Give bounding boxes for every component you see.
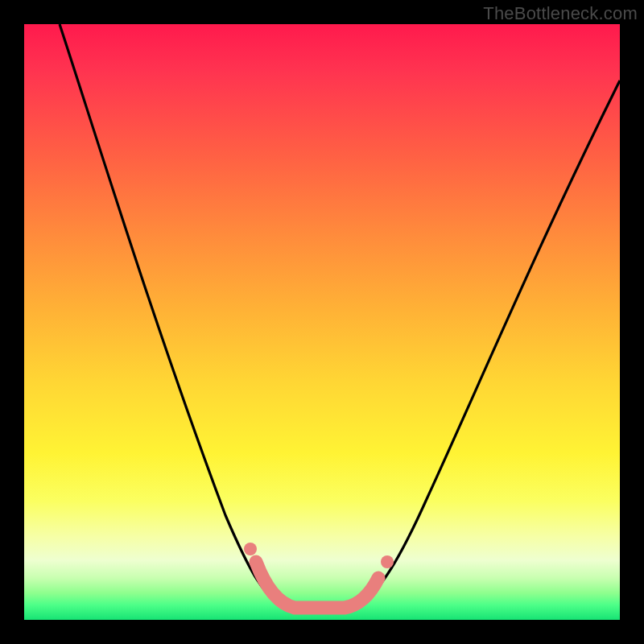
watermark-text: TheBottleneck.com bbox=[483, 3, 638, 24]
flat-region-highlight bbox=[256, 562, 378, 608]
flat-region-dot-left bbox=[244, 543, 257, 555]
bottleneck-curve bbox=[60, 24, 620, 609]
curve-layer bbox=[24, 24, 620, 620]
flat-region-dot-right bbox=[381, 555, 394, 568]
chart-frame: TheBottleneck.com bbox=[0, 0, 644, 644]
